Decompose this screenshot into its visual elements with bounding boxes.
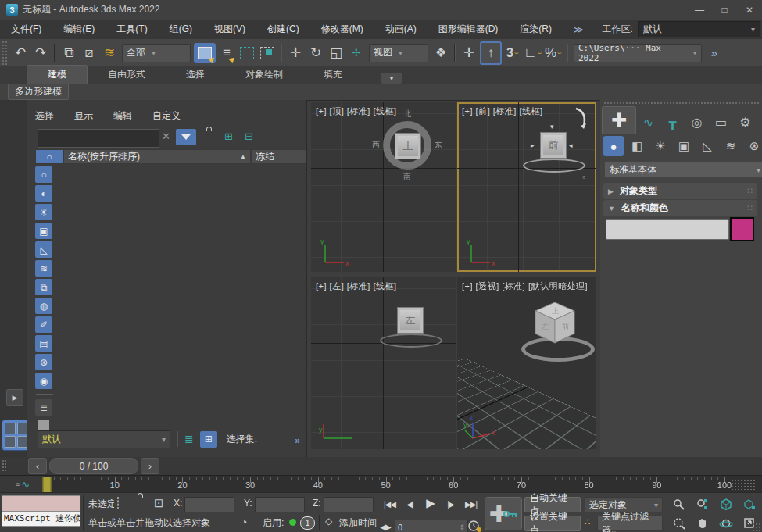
filter-groups-icon[interactable]: ⧉ — [35, 279, 52, 295]
snaps-toggle-button[interactable]: ↑ — [480, 41, 502, 65]
object-color-swatch[interactable] — [730, 217, 754, 241]
previous-frame-button[interactable]: ‹ — [28, 458, 47, 474]
viewcube-home-icon[interactable]: ○ — [582, 174, 585, 180]
next-frame-button[interactable]: |▶ — [441, 496, 460, 512]
select-and-move-button[interactable]: ✛ — [286, 43, 305, 63]
isolate-selection-icon[interactable]: ◔ — [241, 516, 247, 528]
coord-x-field[interactable] — [184, 497, 234, 512]
toolbar-drag-handle[interactable] — [2, 41, 7, 65]
object-name-input[interactable] — [606, 219, 729, 240]
tab-hierarchy[interactable]: ┳ — [660, 110, 685, 134]
minimize-button[interactable]: — — [687, 0, 712, 20]
previous-frame-button[interactable]: ◀| — [400, 496, 420, 512]
angle-snap-toggle[interactable]: ∟ ⌣ — [524, 43, 542, 63]
search-filter-button[interactable] — [176, 129, 196, 145]
maximize-button[interactable]: □ — [712, 0, 737, 20]
key-filters-icon[interactable]: ∴ — [585, 516, 591, 527]
tab-utilities[interactable]: ⚙ — [733, 110, 757, 134]
expand-panel-button[interactable]: ▶ — [6, 389, 23, 406]
viewport-top[interactable]: [+] [顶] [标准] [线框] 上 北 南 东 西 y x — [311, 102, 456, 272]
zoom-region-icon[interactable] — [669, 515, 689, 531]
selection-region-icon[interactable] — [117, 498, 119, 509]
reference-coordinate-dropdown[interactable]: 视图 ▾ — [369, 44, 428, 62]
named-selection-set-dropdown[interactable]: 默认 ▾ — [38, 430, 170, 448]
filter-biped-icon[interactable]: ⊛ — [35, 354, 52, 370]
orbit-arrow-icon[interactable] — [573, 107, 592, 130]
select-and-link-icon[interactable]: ⧉ — [59, 43, 78, 63]
key-filters-button[interactable]: 关键点过滤器.. — [597, 516, 663, 531]
explorer-search-input[interactable] — [38, 129, 159, 148]
column-header-frozen[interactable]: 冻结 — [251, 149, 306, 164]
explorer-menu-customize[interactable]: 自定义 — [152, 109, 181, 123]
trackbar-handle[interactable] — [731, 479, 757, 490]
category-geometry-button[interactable]: ● — [603, 136, 624, 156]
select-by-name-button[interactable]: ≡ — [217, 43, 236, 63]
filter-geometry-icon[interactable]: ○ — [35, 166, 52, 183]
select-and-scale-button[interactable]: ◱ — [327, 43, 345, 63]
viewport-top-label[interactable]: [+] [顶] [标准] [线框] — [316, 105, 397, 117]
timeline-ruler-ticks[interactable]: 0102030405060708090100 — [47, 476, 724, 493]
panel-drag-handle[interactable] — [603, 102, 759, 105]
filter-shapes-icon[interactable]: ◐ — [35, 185, 52, 202]
zoom-extents-icon[interactable] — [716, 496, 736, 512]
set-key-button[interactable]: 设置关键点 — [524, 516, 581, 531]
play-button[interactable]: ▶ — [420, 495, 440, 511]
layers-icon[interactable]: ≣ — [184, 433, 194, 445]
ribbon-tab-freeform[interactable]: 自由形式 — [88, 66, 166, 84]
list-view-icon[interactable]: ≣ — [35, 399, 52, 416]
orbit-icon[interactable] — [716, 515, 736, 531]
filter-xrefs-icon[interactable]: ◍ — [35, 298, 52, 314]
unlink-selection-icon[interactable]: ⧄ — [80, 43, 98, 63]
category-space-warps-button[interactable]: ≋ — [721, 136, 741, 156]
maxscript-mini-listener[interactable]: MAXScript 迷你侦听器 — [2, 495, 80, 530]
zoom-extents-all-icon[interactable] — [739, 496, 760, 512]
explorer-overflow-chevron[interactable]: » — [295, 435, 300, 446]
category-helpers-button[interactable]: ◺ — [697, 136, 717, 156]
filter-containers-icon[interactable]: ▤ — [35, 335, 52, 352]
zoom-icon[interactable] — [669, 496, 689, 512]
menu-animation[interactable]: 动画(A) — [374, 23, 428, 36]
maxscript-listener-field[interactable]: MAXScript 迷你侦听器 — [2, 512, 80, 527]
filter-bones-icon[interactable]: ✐ — [35, 316, 52, 333]
column-header-name[interactable]: 名称(按升序排序) ▲ — [63, 149, 251, 164]
ribbon-minimize-button[interactable]: ▾ — [381, 73, 402, 84]
filter-lights-icon[interactable]: ☀ — [35, 204, 52, 220]
ribbon-tab-selection[interactable]: 选择 — [166, 66, 225, 84]
adaptive-degradation-button[interactable]: 1 — [300, 516, 315, 530]
mini-curve-editor-button[interactable]: ≡ ∿ — [0, 476, 46, 493]
named-sets-icon[interactable]: ⊞ — [200, 431, 217, 448]
absolute-mode-icon[interactable]: ⊡ — [154, 496, 164, 510]
viewport-left[interactable]: [+] [左] [标准] [线框] 左 y — [311, 277, 456, 449]
viewcube-front-face[interactable]: 前 — [540, 132, 567, 159]
menu-tools[interactable]: 工具(T) — [106, 23, 158, 36]
coord-z-field[interactable] — [324, 497, 374, 512]
go-to-end-button[interactable]: ▶▶| — [461, 496, 481, 512]
percent-snap-toggle[interactable]: % ⌣ — [544, 43, 563, 63]
frame-counter[interactable]: 0 / 100 — [49, 458, 138, 474]
select-and-rotate-button[interactable]: ↻ — [306, 43, 325, 63]
menu-edit[interactable]: 编辑(E) — [52, 23, 106, 36]
zoom-all-icon[interactable] — [692, 496, 713, 512]
workspace-dropdown[interactable]: 默认 ▾ — [638, 21, 760, 37]
toolbar-overflow-chevron[interactable]: » — [705, 43, 724, 63]
filter-cameras-icon[interactable]: ▣ — [35, 223, 52, 239]
ribbon-tab-populate[interactable]: 填充 — [303, 66, 363, 84]
selection-filter-dropdown[interactable]: 全部 ▾ — [122, 44, 191, 62]
close-button[interactable]: ✕ — [737, 0, 762, 20]
window-crossing-toggle[interactable] — [258, 43, 277, 63]
time-slider[interactable] — [43, 477, 52, 494]
polygon-modeling-panel-button[interactable]: 多边形建模 — [8, 84, 69, 100]
menu-file[interactable]: 文件(F) — [0, 23, 52, 36]
placement-tool-icon[interactable]: ✢ — [347, 43, 366, 63]
select-and-manipulate-button[interactable]: ✛ — [460, 43, 478, 63]
viewcube-left-face[interactable]: 左 — [397, 307, 424, 334]
menu-group[interactable]: 组(G) — [159, 23, 203, 36]
viewcube-arrow-right[interactable]: ◂ — [569, 141, 573, 149]
rollout-object-type[interactable]: ▶ 对象类型 ∷ — [603, 183, 757, 199]
use-pivot-point-center-button[interactable]: ❖ — [431, 43, 450, 63]
explorer-menu-edit[interactable]: 编辑 — [113, 109, 132, 123]
bind-to-space-warp-icon[interactable]: ≋ — [100, 43, 119, 63]
viewport-front-label[interactable]: [+] [前] [标准] [线框] — [462, 105, 543, 117]
window-resize-grip[interactable] — [752, 523, 761, 532]
undo-button[interactable]: ↶ — [11, 43, 30, 63]
